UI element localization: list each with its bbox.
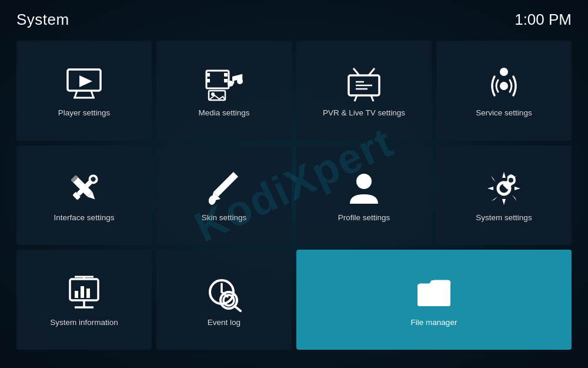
media-icon xyxy=(205,65,243,102)
svg-line-50 xyxy=(235,306,240,311)
settings-grid: Player settings Me xyxy=(0,35,588,362)
skin-settings-label: Skin settings xyxy=(202,213,247,222)
svg-rect-7 xyxy=(206,79,210,82)
interface-settings-item[interactable]: Interface settings xyxy=(16,145,152,246)
player-icon xyxy=(65,65,103,102)
profile-settings-item[interactable]: Profile settings xyxy=(296,145,432,246)
profile-icon xyxy=(345,170,383,207)
svg-point-36 xyxy=(509,178,513,183)
system-settings-icon xyxy=(485,170,523,207)
pvr-icon xyxy=(345,65,383,102)
svg-point-34 xyxy=(356,174,372,189)
pvr-settings-item[interactable]: PVR & Live TV settings xyxy=(296,41,432,141)
svg-line-20 xyxy=(369,68,375,75)
skin-settings-item[interactable]: Skin settings xyxy=(156,145,292,246)
clock: 1:00 PM xyxy=(514,11,572,29)
page-title: System xyxy=(16,11,69,29)
media-settings-label: Media settings xyxy=(198,108,249,117)
interface-icon xyxy=(65,170,103,207)
event-log-label: Event log xyxy=(208,318,240,327)
svg-rect-39 xyxy=(81,286,84,298)
svg-rect-6 xyxy=(206,73,210,77)
player-settings-item[interactable]: Player settings xyxy=(16,41,152,141)
event-log-icon xyxy=(205,274,243,312)
skin-icon xyxy=(205,170,243,207)
svg-point-25 xyxy=(500,68,508,76)
pvr-settings-label: PVR & Live TV settings xyxy=(323,108,405,117)
profile-settings-label: Profile settings xyxy=(338,213,390,222)
media-settings-item[interactable]: Media settings xyxy=(156,41,292,141)
system-information-item[interactable]: System information xyxy=(16,250,152,350)
svg-rect-8 xyxy=(224,73,228,77)
system-settings-item[interactable]: System settings xyxy=(436,145,572,246)
system-information-label: System information xyxy=(50,318,118,327)
file-manager-icon xyxy=(415,274,453,312)
event-log-item[interactable]: Event log xyxy=(156,250,292,350)
player-settings-label: Player settings xyxy=(58,108,111,117)
svg-line-19 xyxy=(353,68,359,75)
svg-line-2 xyxy=(91,91,93,98)
svg-rect-40 xyxy=(86,289,90,298)
svg-rect-9 xyxy=(224,79,228,82)
interface-settings-label: Interface settings xyxy=(54,213,115,222)
svg-point-24 xyxy=(500,82,508,90)
svg-marker-4 xyxy=(79,75,92,87)
svg-rect-38 xyxy=(75,291,78,298)
file-manager-label: File manager xyxy=(411,318,457,327)
header: System 1:00 PM xyxy=(0,0,588,35)
service-settings-label: Service settings xyxy=(476,108,532,117)
system-info-icon xyxy=(65,274,103,312)
system-settings-label: System settings xyxy=(476,213,532,222)
svg-point-10 xyxy=(228,81,233,87)
file-manager-item[interactable]: File manager xyxy=(296,250,572,350)
svg-line-1 xyxy=(75,91,77,98)
service-settings-item[interactable]: Service settings xyxy=(436,41,572,141)
service-icon xyxy=(485,65,523,102)
